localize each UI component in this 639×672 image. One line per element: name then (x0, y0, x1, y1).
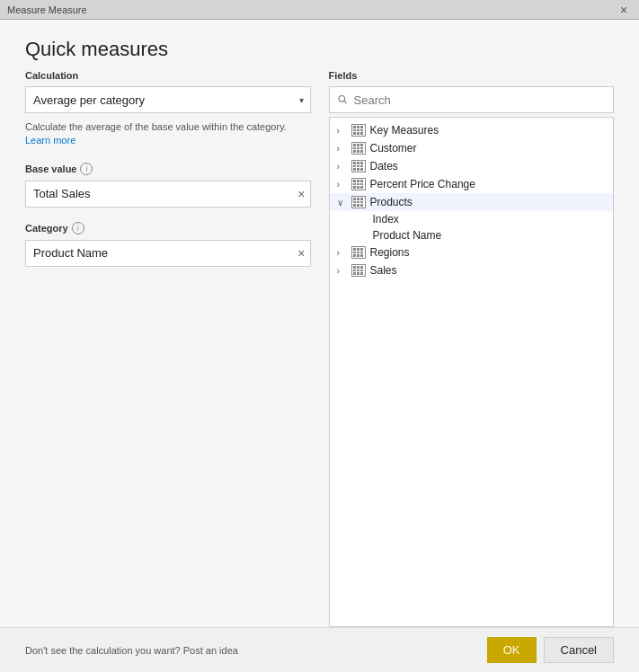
search-input[interactable] (354, 93, 606, 107)
chevron-products-icon: ∨ (337, 198, 350, 208)
base-value-label: Base value (25, 164, 76, 174)
regions-label: Regions (370, 246, 410, 259)
base-value-input-wrapper: × (25, 181, 311, 208)
tree-item-regions[interactable]: › Regions (330, 243, 614, 261)
category-info-icon[interactable]: i (72, 222, 84, 234)
svg-point-0 (339, 95, 345, 102)
cancel-button[interactable]: Cancel (544, 637, 614, 663)
products-label: Products (370, 196, 413, 208)
base-value-input[interactable] (25, 181, 311, 208)
dialog-footer: Don't see the calculation you want? Post… (0, 627, 639, 672)
table-icon-sales (351, 264, 366, 277)
title-bar: Measure Measure × (0, 0, 639, 20)
index-label: Index (373, 213, 399, 225)
footer-help-text: Don't see the calculation you want? Post… (25, 645, 238, 656)
dialog-body: Calculation Average per category ▾ Calcu… (0, 70, 639, 627)
table-icon-dates (351, 160, 366, 172)
customer-label: Customer (370, 142, 417, 155)
calculation-dropdown-wrapper: Average per category ▾ (25, 86, 311, 113)
chevron-dates-icon: › (337, 162, 350, 172)
chevron-regions-icon: › (337, 248, 350, 258)
tree-item-products[interactable]: ∨ Products (330, 193, 614, 211)
sales-label: Sales (370, 264, 397, 277)
table-icon-regions (351, 246, 366, 259)
tree-item-percent-price-change[interactable]: › Percent Price Change (330, 175, 614, 193)
chevron-sales-icon: › (337, 266, 350, 276)
ok-button[interactable]: OK (487, 637, 537, 663)
tree-child-product-name[interactable]: Product Name (330, 227, 614, 243)
dialog-wrapper: Measure Measure × Quick measures Calcula… (0, 0, 639, 672)
chevron-customer-icon: › (337, 144, 350, 154)
dialog-title: Quick measures (0, 20, 639, 70)
chevron-percent-icon: › (337, 180, 350, 190)
base-value-info-icon[interactable]: i (80, 163, 93, 175)
search-icon (337, 93, 349, 106)
search-box (329, 86, 615, 113)
category-clear-button[interactable]: × (297, 247, 305, 260)
table-icon-key-measures (351, 124, 366, 137)
calculation-label: Calculation (25, 70, 311, 81)
key-measures-label: Key Measures (370, 124, 439, 137)
table-icon-products (351, 196, 366, 208)
right-panel: Fields › (329, 70, 615, 627)
tree-child-index[interactable]: Index (330, 211, 614, 227)
dialog: Quick measures Calculation Average per c… (0, 20, 639, 672)
fields-tree: › Key Measures › (329, 117, 615, 627)
tree-item-customer[interactable]: › Customer (330, 139, 614, 157)
dates-label: Dates (370, 160, 398, 172)
table-icon-percent (351, 178, 366, 190)
tree-item-key-measures[interactable]: › Key Measures (330, 121, 614, 139)
category-input[interactable] (25, 240, 311, 267)
left-panel: Calculation Average per category ▾ Calcu… (25, 70, 311, 627)
base-value-clear-button[interactable]: × (297, 188, 305, 200)
category-label: Category (25, 223, 68, 234)
base-value-label-row: Base value i (25, 163, 311, 175)
title-bar-text: Measure Measure (7, 4, 87, 15)
tree-item-dates[interactable]: › Dates (330, 157, 614, 175)
footer-buttons: OK Cancel (487, 637, 614, 663)
chevron-key-measures-icon: › (337, 126, 350, 136)
fields-label: Fields (329, 70, 615, 81)
tree-item-sales[interactable]: › Sales (330, 261, 614, 279)
svg-line-1 (344, 101, 347, 103)
close-button[interactable]: × (616, 2, 632, 18)
learn-more-link[interactable]: Learn more (25, 135, 75, 146)
calc-description: Calculate the average of the base value … (25, 120, 311, 148)
product-name-label: Product Name (373, 229, 442, 242)
table-icon-customer (351, 142, 366, 155)
category-label-row: Category i (25, 222, 311, 234)
category-input-wrapper: × (25, 240, 311, 267)
calculation-dropdown[interactable]: Average per category (25, 86, 311, 113)
percent-price-change-label: Percent Price Change (370, 178, 475, 190)
